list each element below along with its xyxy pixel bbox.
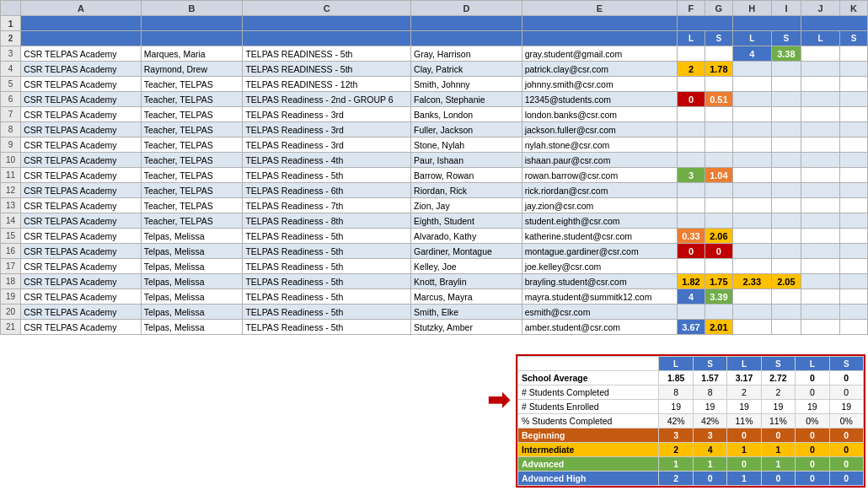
table-row: 10CSR TELPAS AcademyTeacher, TELPASTELPA… <box>1 153 868 168</box>
arrow-indicator: ➡ <box>487 384 510 416</box>
school-header <box>21 16 142 31</box>
pretest-s: S <box>705 31 732 46</box>
interim-s: S <box>771 31 801 46</box>
table-row: 11CSR TELPAS AcademyTeacher, TELPASTELPA… <box>1 168 868 183</box>
col-a-header: A <box>21 1 142 16</box>
summary-row: Intermediate241100 <box>518 443 864 457</box>
summary-row: # Students Completed882200 <box>518 385 864 400</box>
row-1-num: 1 <box>1 16 21 31</box>
table-row: 6CSR TELPAS AcademyTeacher, TELPASTELPAS… <box>1 92 868 107</box>
class-header <box>243 16 411 31</box>
col-i-header: I <box>771 1 801 16</box>
interim-header <box>732 16 801 31</box>
col-k-header: K <box>840 1 868 16</box>
table-row: 13CSR TELPAS AcademyTeacher, TELPASTELPA… <box>1 198 868 213</box>
name-header <box>411 16 522 31</box>
col-g-header: G <box>705 1 732 16</box>
summary-row: School Average1.851.573.172.7200 <box>518 371 864 385</box>
summary-row: Advanced110100 <box>518 457 864 472</box>
col-e-header: E <box>522 1 677 16</box>
sum-interim-l: L <box>727 357 761 371</box>
interim-l: L <box>732 31 771 46</box>
table-row: 17CSR TELPAS AcademyTelpas, MelissaTELPA… <box>1 259 868 274</box>
col-b-header: B <box>141 1 243 16</box>
table-row: 18CSR TELPAS AcademyTelpas, MelissaTELPA… <box>1 274 868 289</box>
table-row: 16CSR TELPAS AcademyTelpas, MelissaTELPA… <box>1 244 868 259</box>
sum-pretest-l: L <box>659 357 693 371</box>
col-f-header: F <box>677 1 705 16</box>
row-1-headers: 1 <box>1 16 868 31</box>
table-row: 5CSR TELPAS AcademyTeacher, TELPASTELPAS… <box>1 77 868 92</box>
data-rows: 3CSR TELPAS AcademyMarques, MariaTELPAS … <box>1 46 868 335</box>
summary-box: L S L S L S School Average1.851.573.172.… <box>516 354 865 488</box>
summary-table: L S L S L S School Average1.851.573.172.… <box>517 356 864 486</box>
table-row: 9CSR TELPAS AcademyTeacher, TELPASTELPAS… <box>1 137 868 153</box>
table-row: 7CSR TELPAS AcademyTeacher, TELPASTELPAS… <box>1 107 868 122</box>
col-d-header: D <box>411 1 522 16</box>
row-2-num: 2 <box>1 31 21 46</box>
col-c-header: C <box>243 1 411 16</box>
spreadsheet: A B C D E F G H I J K 1 <box>0 0 868 496</box>
summary-row: # Students Enrolled191919191919 <box>518 400 864 414</box>
summary-row: Beginning330000 <box>518 429 864 443</box>
sum-summative-l: L <box>796 357 829 371</box>
col-j-header: J <box>801 1 839 16</box>
summary-row: % Students Completed42%42%11%11%0%0% <box>518 414 864 429</box>
teacher-header <box>141 16 243 31</box>
summative-s: S <box>840 31 868 46</box>
pretest-header <box>677 16 732 31</box>
summary-rows: School Average1.851.573.172.7200# Studen… <box>518 371 864 486</box>
corner-cell <box>1 1 21 16</box>
table-row: 14CSR TELPAS AcademyTeacher, TELPASTELPA… <box>1 213 868 229</box>
table-row: 19CSR TELPAS AcademyTelpas, MelissaTELPA… <box>1 289 868 305</box>
row-2-subheaders: 2 L S L S L S <box>1 31 868 46</box>
sum-summative-s: S <box>829 357 863 371</box>
sum-pretest-s: S <box>693 357 726 371</box>
main-table: A B C D E F G H I J K 1 <box>0 0 868 335</box>
summary-col-headers: L S L S L S <box>518 357 864 371</box>
table-row: 3CSR TELPAS AcademyMarques, MariaTELPAS … <box>1 46 868 62</box>
table-row: 12CSR TELPAS AcademyTeacher, TELPASTELPA… <box>1 183 868 198</box>
table-row: 8CSR TELPAS AcademyTeacher, TELPASTELPAS… <box>1 122 868 137</box>
summative-header <box>801 16 867 31</box>
summative-l: L <box>801 31 839 46</box>
email-header <box>522 16 677 31</box>
summary-row: Advanced High201000 <box>518 472 864 486</box>
column-letter-row: A B C D E F G H I J K <box>1 1 868 16</box>
table-row: 20CSR TELPAS AcademyTelpas, MelissaTELPA… <box>1 305 868 320</box>
pretest-l: L <box>677 31 705 46</box>
table-row: 4CSR TELPAS AcademyRaymond, DrewTELPAS R… <box>1 62 868 77</box>
sum-interim-s: S <box>761 357 795 371</box>
table-row: 21CSR TELPAS AcademyTelpas, MelissaTELPA… <box>1 320 868 335</box>
col-h-header: H <box>732 1 771 16</box>
table-row: 15CSR TELPAS AcademyTelpas, MelissaTELPA… <box>1 229 868 244</box>
